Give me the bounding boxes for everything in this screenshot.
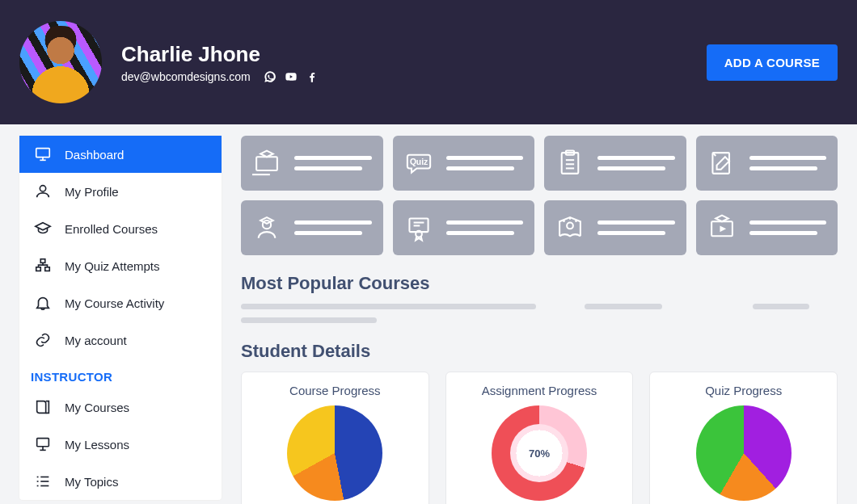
card-title: Course Progress [289, 384, 381, 397]
nav-my-topics[interactable]: My Topics [19, 463, 222, 500]
svg-rect-7 [37, 439, 49, 447]
list-icon [34, 472, 52, 490]
clipboard-icon [554, 147, 586, 179]
user-email: dev@wbcomdesigns.com [121, 70, 251, 83]
stat-card[interactable] [696, 136, 838, 191]
assignment-progress-card: Assignment Progress 70% On Progress70% [445, 372, 634, 504]
stat-card[interactable] [241, 136, 383, 191]
nav-label: My account [65, 334, 127, 347]
nav-dashboard[interactable]: Dashboard [19, 136, 222, 173]
popular-courses-skeleton [241, 304, 838, 323]
video-grad-icon [706, 212, 738, 244]
stat-cards: Quiz [241, 136, 838, 255]
svg-rect-5 [36, 267, 41, 271]
svg-rect-19 [562, 153, 579, 174]
popular-courses-title: Most Popular Courses [241, 273, 838, 294]
svg-line-32 [563, 220, 565, 221]
student-icon [251, 212, 283, 244]
instructor-label: INSTRUCTOR [19, 359, 222, 388]
stat-card[interactable] [544, 200, 686, 255]
nav-my-lessons[interactable]: My Lessons [19, 426, 222, 463]
nav-label: Dashboard [65, 148, 124, 162]
nav-label: My Courses [65, 401, 129, 414]
user-icon [34, 183, 52, 200]
card-title: Quiz Progress [705, 384, 782, 397]
card-title: Assignment Progress [482, 384, 597, 397]
svg-rect-6 [45, 267, 50, 271]
student-details-title: Student Details [241, 341, 838, 362]
stat-card[interactable] [696, 200, 838, 255]
assignment-progress-value: 70% [529, 447, 550, 460]
svg-rect-4 [40, 259, 45, 263]
stat-card[interactable] [393, 200, 535, 255]
org-icon [34, 257, 52, 275]
link-icon [34, 331, 52, 349]
board-icon [34, 435, 52, 453]
stat-card[interactable] [544, 136, 686, 191]
detail-cards: Course Progress Assignment Progress 70% … [241, 372, 838, 504]
add-course-button[interactable]: ADD A COURSE [707, 44, 838, 81]
nav-label: My Topics [65, 475, 118, 489]
svg-rect-0 [36, 149, 50, 158]
svg-point-3 [40, 186, 45, 191]
quiz-progress-chart [696, 405, 792, 501]
nav-label: Enrolled Courses [65, 222, 158, 236]
nav-label: My Profile [65, 185, 119, 199]
bell-icon [34, 294, 52, 312]
user-info: Charlie Jhone dev@wbcomdesigns.com [121, 42, 707, 83]
nav-my-account[interactable]: My account [19, 321, 222, 359]
certificate-icon [403, 212, 435, 244]
book-icon [34, 398, 52, 416]
note-pencil-icon [706, 147, 738, 179]
whatsapp-icon[interactable] [264, 70, 277, 83]
quiz-progress-card: Quiz Progress [649, 372, 838, 504]
nav-label: My Quiz Attempts [65, 259, 160, 273]
nav-my-quiz-attempts[interactable]: My Quiz Attempts [19, 247, 222, 284]
social-links [264, 70, 319, 83]
nav-label: My Lessons [65, 438, 129, 452]
user-name: Charlie Jhone [121, 42, 707, 67]
svg-point-30 [567, 223, 573, 229]
nav-my-course-activity[interactable]: My Course Activity [19, 284, 222, 321]
course-progress-card: Course Progress [241, 372, 429, 504]
quiz-bubble-icon: Quiz [403, 147, 435, 179]
nav-my-profile[interactable]: My Profile [19, 173, 222, 210]
youtube-icon[interactable] [285, 70, 298, 83]
profile-header: Charlie Jhone dev@wbcomdesigns.com ADD A… [0, 0, 857, 124]
nav-label: My Course Activity [65, 296, 164, 310]
nav-enrolled-courses[interactable]: Enrolled Courses [19, 210, 222, 247]
monitor-grad-icon [251, 147, 283, 179]
idea-book-icon [554, 212, 586, 244]
gradcap-icon [34, 220, 52, 237]
nav-my-courses[interactable]: My Courses [19, 388, 222, 426]
svg-text:Quiz: Quiz [409, 158, 427, 166]
course-progress-chart [287, 405, 382, 501]
monitor-icon [34, 145, 52, 163]
stat-card[interactable]: Quiz [393, 136, 535, 191]
main-content: Quiz Most Popular Courses Student Detail… [241, 136, 838, 504]
avatar[interactable] [19, 21, 102, 103]
svg-line-33 [575, 220, 577, 221]
facebook-icon[interactable] [306, 70, 319, 83]
svg-rect-16 [256, 157, 277, 170]
sidebar: DashboardMy ProfileEnrolled CoursesMy Qu… [19, 136, 222, 500]
stat-card[interactable] [241, 200, 383, 255]
